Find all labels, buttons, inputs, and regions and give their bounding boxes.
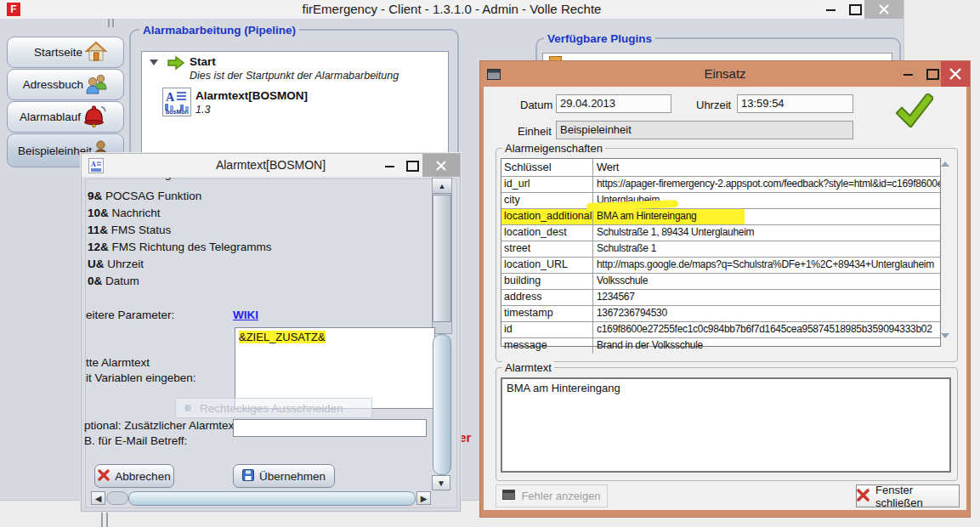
maximize-icon[interactable] — [926, 69, 939, 80]
pipeline-node-start[interactable]: Start — [190, 55, 216, 68]
einsatz-body: Datum 29.04.2013 Uhrzeit 13:59:54 Einhei… — [484, 87, 966, 510]
main-window-title: firEmergency - Client - 1.3.1.0 - Admin … — [0, 2, 904, 16]
table-row[interactable]: location_additionalBMA am Hintereingang — [501, 208, 940, 224]
table-header-value: Wert — [593, 159, 940, 176]
alarmtext-hint-line1: tte Alarmtext — [86, 356, 150, 369]
sidebar-item-startseite[interactable]: Startseite — [7, 37, 124, 68]
uhrzeit-field[interactable]: 13:59:54 — [737, 94, 853, 113]
datum-field[interactable]: 29.04.2013 — [556, 94, 671, 113]
start-arrow-icon — [167, 55, 185, 74]
optional-alarmtext-input[interactable] — [233, 419, 427, 437]
clipped-param-line: g — [165, 178, 216, 184]
table-cell-value: Schulstraße 1 — [593, 241, 940, 257]
table-row[interactable]: streetSchulstraße 1 — [501, 241, 940, 257]
splitter-fragment — [108, 19, 110, 27]
minimize-icon[interactable] — [904, 74, 913, 76]
minimize-icon[interactable] — [826, 9, 836, 11]
pipeline-node-alarmtext[interactable]: Alarmtext[BOSMON] — [195, 89, 308, 102]
weitere-parameter-label: eitere Parameter: — [86, 309, 174, 321]
table-cell-key: location_additional — [501, 209, 593, 224]
error-window-icon — [502, 490, 515, 502]
param-list-scrollbar[interactable]: ▲ — [432, 178, 452, 334]
floppy-disk-icon — [242, 469, 254, 484]
param-line: 10& Nachricht — [88, 207, 161, 219]
fenster-schliessen-button[interactable]: Fenster schließen — [856, 484, 960, 507]
table-row[interactable]: cityUnterglauheim — [501, 192, 940, 208]
screen: F firEmergency - Client - 1.3.1.0 - Admi… — [0, 0, 980, 527]
alarmtext-hint-line2: it Variablen eingeben: — [86, 371, 196, 384]
maximize-icon[interactable] — [849, 4, 862, 15]
main-titlebar[interactable]: F firEmergency - Client - 1.3.1.0 - Admi… — [0, 0, 904, 20]
people-icon — [85, 73, 108, 97]
close-icon[interactable] — [422, 154, 460, 177]
splitter-fragment — [106, 510, 108, 527]
table-row[interactable]: messageBrand in der Volksschule — [501, 337, 940, 354]
alarmtext-textarea[interactable]: BMA am Hintereingang — [501, 377, 951, 473]
table-row[interactable]: id_urlhttps://apager-firemergency-2.apps… — [501, 176, 940, 192]
svg-text:bosMon: bosMon — [166, 109, 189, 115]
scroll-right-icon[interactable]: ▶ — [416, 491, 431, 505]
maximize-icon[interactable] — [406, 161, 419, 172]
table-row[interactable]: idc169f8600e27255fec1c0c984bb7b6f7d1645c… — [501, 321, 940, 337]
red-x-icon — [857, 489, 870, 504]
scroll-down-icon[interactable]: ▼ — [432, 475, 450, 490]
einsatz-window: Einsatz Datum 29.04.2013 Uhrzeit 13:59:5… — [480, 61, 970, 517]
table-row[interactable]: timestamp1367236794530 — [501, 305, 940, 321]
success-checkmark-icon — [896, 94, 933, 131]
table-cell-key: building — [501, 274, 593, 289]
table-cell-value: 1367236794530 — [593, 306, 940, 321]
table-row[interactable]: location_destSchulstraße 1, 89434 Unterg… — [501, 224, 940, 241]
table-scroll-up-icon[interactable] — [941, 162, 949, 167]
table-cell-key: address — [501, 290, 593, 305]
table-cell-key: id_url — [501, 177, 593, 192]
table-row[interactable]: location_URLhttp://maps.google.de/maps?q… — [501, 257, 940, 273]
abbrechen-button[interactable]: Abbrechen — [94, 464, 174, 488]
table-scroll-down-icon[interactable] — [941, 333, 949, 338]
param-line: 11& FMS Status — [88, 224, 171, 236]
close-icon[interactable] — [864, 0, 904, 19]
table-row[interactable]: buildingVolksschule — [501, 273, 940, 289]
pipeline-node-start-desc: Dies ist der Startpunkt der Alarmabarbei… — [190, 70, 399, 82]
red-x-icon — [98, 469, 110, 484]
uhrzeit-label: Uhrzeit — [696, 99, 731, 111]
splitter-fragment — [112, 19, 114, 27]
bosmon-icon: A bosMon — [162, 88, 191, 116]
table-cell-value: 1234567 — [593, 290, 940, 305]
sidebar-item-adressbuch[interactable]: Adressbuch — [7, 69, 124, 100]
table-cell-value: http://maps.google.de/maps?q=Schulstra%D… — [593, 258, 940, 273]
wiki-link[interactable]: WIKI — [233, 309, 258, 321]
scroll-left-icon[interactable]: ◀ — [91, 491, 105, 505]
radio-dot-icon — [184, 405, 191, 411]
alarmeigenschaften-label: Alarmeigenschaften — [502, 142, 605, 155]
variables-textarea[interactable]: &ZIEL_ZUSATZ& — [235, 327, 435, 409]
einheit-label: Einheit — [518, 125, 552, 138]
bell-icon — [82, 104, 108, 130]
table-cell-key: message — [501, 338, 593, 354]
optional-label-line2: B. für E-Mail Betreff: — [84, 434, 187, 447]
einsatz-titlebar[interactable]: Einsatz — [480, 61, 970, 87]
dialog-vertical-scrollbar[interactable] — [433, 334, 451, 475]
sidebar-item-label: Adressbuch — [23, 78, 83, 91]
sidebar-item-alarmablauf[interactable]: Alarmablauf — [7, 101, 124, 133]
uebernehmen-button[interactable]: Übernehmen — [233, 464, 335, 488]
table-cell-key: location_dest — [501, 225, 593, 241]
table-header-key: Schlüssel — [501, 159, 593, 176]
table-row[interactable]: address1234567 — [501, 289, 940, 305]
splitter-fragment — [101, 510, 103, 527]
table-cell-key: city — [501, 193, 593, 208]
tree-expander-icon[interactable] — [150, 60, 158, 65]
fehler-anzeigen-button: Fehler anzeigen — [496, 484, 608, 507]
table-cell-value: Volksschule — [593, 274, 940, 289]
house-icon — [84, 40, 108, 65]
alarm-properties-table[interactable]: Schlüssel Wert id_urlhttps://apager-fire… — [501, 158, 941, 347]
alarmtext-label: Alarmtext — [502, 361, 554, 374]
highlighted-variable: &ZIEL_ZUSATZ& — [239, 331, 326, 343]
hscroll-thumb[interactable] — [106, 491, 128, 505]
datum-label: Datum — [520, 99, 552, 111]
scroll-up-icon[interactable]: ▲ — [433, 178, 451, 194]
minimize-icon[interactable] — [385, 166, 394, 167]
close-icon[interactable] — [941, 61, 970, 87]
bosmon-titlebar[interactable]: A Alarmtext[BOSMON] — [82, 154, 460, 178]
einheit-field: Beispieleinheit — [556, 121, 853, 139]
dialog-horizontal-scrollbar[interactable] — [128, 491, 416, 506]
